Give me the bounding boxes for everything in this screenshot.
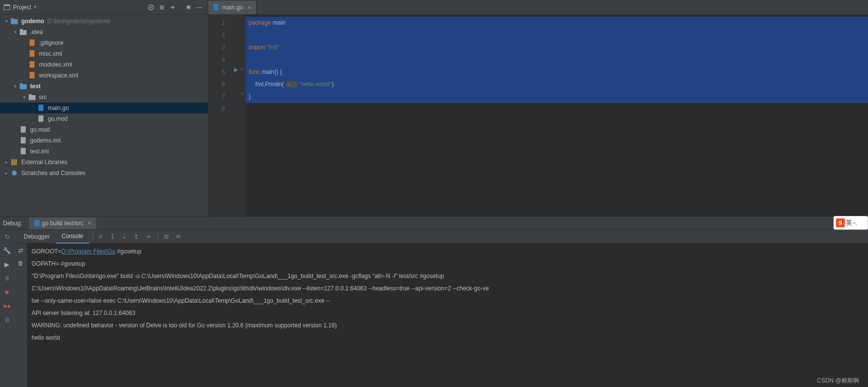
iml-file-icon — [19, 137, 27, 144]
fold-icon[interactable]: ⊟ — [241, 67, 244, 71]
file-icon — [37, 115, 45, 123]
debug-header: Debug: go build test/src ✕ — [0, 217, 868, 230]
mute-breakpoints-button[interactable]: ⊘ — [2, 315, 12, 324]
pause-button[interactable]: ⏸ — [2, 273, 12, 283]
console-text: lse --only-same-user=false exec C:\Users… — [32, 297, 330, 304]
code-token: func — [249, 69, 260, 75]
go-file-icon — [37, 104, 45, 112]
tree-label: modules.xml — [39, 61, 72, 68]
tree-label: .gitignore — [39, 39, 63, 46]
breakpoints-button[interactable]: ●● — [2, 301, 12, 311]
tree-file-node[interactable]: go.mod — [0, 124, 208, 135]
main-go-file-node[interactable]: main.go — [0, 103, 208, 113]
run-to-cursor-button[interactable]: ⇥ — [143, 232, 153, 242]
project-sidebar: Project ▼ ✱ — ▾godemoD:\test\godemo\gode… — [0, 0, 208, 216]
sidebar-header: Project ▼ ✱ — — [0, 0, 208, 15]
code-token: ) — [332, 81, 334, 88]
svg-rect-1 — [4, 4, 10, 6]
iml-file-icon — [19, 147, 27, 155]
console-text: #gosetup — [115, 248, 142, 255]
file-icon — [28, 39, 36, 47]
line-number: 5 — [210, 66, 225, 78]
console-output[interactable]: GOROOT=D:\Program Files\Go #gosetup GOPA… — [28, 244, 868, 387]
project-tree[interactable]: ▾godemoD:\test\godemo\godemo ▾.idea .git… — [0, 15, 208, 216]
dropdown-icon[interactable]: ▼ — [33, 5, 37, 9]
external-libraries-node[interactable]: ▸External Libraries — [0, 157, 208, 168]
line-number: 3 — [210, 41, 225, 54]
svg-rect-20 — [21, 148, 26, 154]
step-over-button[interactable]: ≡ — [96, 232, 106, 242]
line-number: 4 — [210, 54, 225, 66]
svg-rect-18 — [21, 126, 26, 133]
svg-rect-16 — [38, 105, 43, 111]
debug-sidebar: ↻ 🔧 ▶ ⏸ ■ ●● ⊘ — [0, 230, 14, 387]
console-tab[interactable]: Console — [56, 230, 89, 244]
step-into-my-button[interactable]: ⇣ — [119, 232, 129, 242]
step-into-button[interactable]: ↧ — [108, 232, 117, 242]
resume-button[interactable]: ▶ — [2, 259, 12, 269]
fold-icon[interactable]: ⊟ — [241, 92, 244, 96]
svg-rect-5 — [11, 18, 14, 20]
code-token: import — [249, 44, 265, 51]
step-out-button[interactable]: ↥ — [131, 232, 141, 242]
test-folder-node[interactable]: ▾test — [0, 81, 208, 92]
rerun-button[interactable]: ↻ — [2, 232, 12, 242]
svg-rect-25 — [214, 4, 219, 10]
close-tab-icon[interactable]: ✕ — [247, 5, 251, 10]
tree-file-node[interactable]: godemo.iml — [0, 135, 208, 146]
code-token: main — [273, 19, 286, 26]
go-file-icon — [213, 4, 219, 11]
ime-indicator[interactable]: S 英 •, — [833, 216, 868, 230]
editor-tab-bar: main.go ✕ — [208, 0, 868, 15]
svg-rect-19 — [21, 137, 26, 143]
tree-file-node[interactable]: modules.xml — [0, 59, 208, 70]
code-editor[interactable]: 1 2 3 4 5 6 7 8 ▶ ⊟ ⊟ package main — [208, 15, 868, 216]
line-number: 7 — [210, 91, 225, 103]
svg-rect-9 — [30, 50, 35, 57]
ime-logo: S — [836, 218, 845, 227]
tree-file-node[interactable]: test.iml — [0, 146, 208, 157]
clear-button[interactable]: 🗑 — [16, 258, 26, 268]
sidebar-title: Project — [13, 4, 31, 11]
editor-tab-main-go[interactable]: main.go ✕ — [208, 0, 257, 14]
hide-button[interactable]: — — [194, 2, 205, 13]
run-icon[interactable]: ▶ — [234, 67, 238, 73]
folder-icon — [19, 28, 27, 36]
go-mod-file-node[interactable]: go.mod — [0, 113, 208, 124]
tab-label: main.go — [222, 4, 243, 11]
evaluate-button[interactable]: ⊞ — [161, 232, 171, 242]
folder-icon — [19, 82, 27, 90]
tree-file-node[interactable]: .gitignore — [0, 37, 208, 48]
idea-folder-node[interactable]: ▾.idea — [0, 27, 208, 37]
console-text: GOPATH= #gosetup — [32, 260, 85, 267]
settings-button[interactable]: ✱ — [183, 2, 194, 13]
source-code[interactable]: package main import "fmt" func main() { … — [246, 15, 868, 216]
project-root-node[interactable]: ▾godemoD:\test\godemo\godemo — [0, 16, 208, 27]
tree-label: misc.xml — [39, 50, 62, 57]
console-text: C:\Users\Windows10\AppData\Roaming\JetBr… — [32, 285, 489, 292]
select-opened-file-button[interactable] — [146, 2, 156, 13]
tree-label: test.iml — [30, 148, 49, 155]
tree-file-node[interactable]: misc.xml — [0, 48, 208, 59]
debug-title-label: Debug: — [3, 220, 22, 227]
console-text: WARNING: undefined behavior - version of… — [32, 322, 337, 329]
tree-label: main.go — [48, 105, 69, 111]
svg-rect-10 — [30, 61, 35, 68]
src-folder-node[interactable]: ▾src — [0, 92, 208, 103]
close-icon[interactable]: ✕ — [87, 220, 91, 226]
line-number: 2 — [210, 29, 225, 41]
collapse-all-button[interactable] — [167, 2, 178, 13]
tree-label: Scratches and Consoles — [21, 170, 85, 176]
expand-all-button[interactable] — [156, 2, 167, 13]
console-text: API server listening at: 127.0.0.1:64063 — [32, 310, 135, 317]
up-stack-button[interactable]: ⇄ — [16, 246, 26, 255]
run-config-tab[interactable]: go build test/src ✕ — [29, 217, 96, 229]
scratches-node[interactable]: ▸Scratches and Consoles — [0, 168, 208, 178]
configure-button[interactable]: 🔧 — [2, 246, 12, 255]
stop-button[interactable]: ■ — [2, 287, 12, 297]
console-link[interactable]: D:\Program Files\Go — [61, 248, 115, 255]
debugger-tab[interactable]: Debugger — [18, 230, 56, 244]
trace-button[interactable]: ≋ — [173, 232, 183, 242]
tree-file-node[interactable]: workspace.xml — [0, 70, 208, 81]
library-icon — [10, 158, 18, 166]
